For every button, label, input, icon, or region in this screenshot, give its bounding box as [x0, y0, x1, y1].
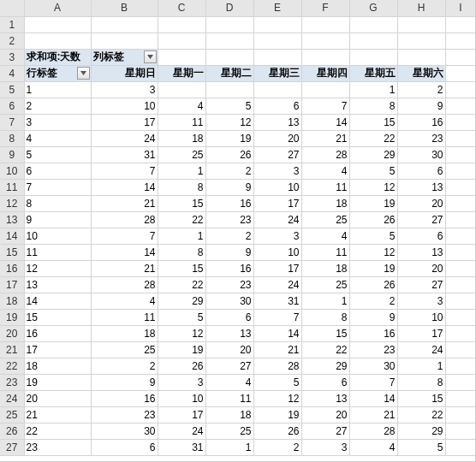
pivot-col-field[interactable]: 列标签: [91, 49, 158, 65]
pivot-value-cell[interactable]: 22: [349, 130, 397, 146]
pivot-value-cell[interactable]: 19: [158, 341, 205, 358]
pivot-row-label[interactable]: 4: [24, 130, 91, 146]
pivot-value-cell[interactable]: 14: [301, 114, 349, 130]
pivot-value-cell[interactable]: 28: [301, 146, 349, 163]
cell[interactable]: [205, 33, 253, 49]
pivot-value-cell[interactable]: 7: [91, 228, 158, 244]
pivot-value-cell[interactable]: 17: [253, 195, 301, 211]
cell[interactable]: [445, 309, 476, 325]
pivot-value-cell[interactable]: 30: [397, 146, 445, 163]
pivot-value-cell[interactable]: 21: [253, 341, 301, 358]
pivot-row-label[interactable]: 13: [24, 276, 91, 293]
cell[interactable]: [445, 228, 476, 244]
pivot-col-header[interactable]: 星期一: [158, 65, 205, 81]
pivot-value-cell[interactable]: 18: [301, 195, 349, 211]
row-header[interactable]: 21: [0, 341, 24, 358]
pivot-value-cell[interactable]: 17: [158, 406, 205, 423]
row-header[interactable]: 16: [0, 260, 24, 276]
row-header[interactable]: 2: [0, 33, 24, 49]
cell[interactable]: [158, 16, 205, 33]
pivot-value-cell[interactable]: 3: [253, 163, 301, 179]
cell[interactable]: [445, 423, 476, 439]
cell[interactable]: [24, 16, 91, 33]
pivot-row-label[interactable]: 7: [24, 179, 91, 195]
pivot-value-cell[interactable]: 6: [253, 98, 301, 114]
cell[interactable]: [158, 49, 205, 65]
cell[interactable]: [445, 374, 476, 390]
pivot-value-cell[interactable]: 4: [301, 228, 349, 244]
pivot-value-cell[interactable]: 26: [205, 146, 253, 163]
pivot-row-label[interactable]: 19: [24, 374, 91, 390]
pivot-value-cell[interactable]: 5: [349, 163, 397, 179]
pivot-row-label[interactable]: 14: [24, 293, 91, 309]
cell[interactable]: [445, 439, 476, 455]
cell[interactable]: [445, 163, 476, 179]
pivot-row-label[interactable]: 2: [24, 98, 91, 114]
pivot-value-cell[interactable]: 15: [349, 114, 397, 130]
pivot-value-cell[interactable]: 29: [158, 293, 205, 309]
pivot-value-cell[interactable]: 12: [349, 244, 397, 260]
cell[interactable]: [205, 49, 253, 65]
pivot-value-cell[interactable]: 7: [253, 309, 301, 325]
cell[interactable]: [301, 33, 349, 49]
pivot-value-cell[interactable]: 29: [397, 423, 445, 439]
pivot-value-cell[interactable]: 26: [349, 211, 397, 228]
pivot-value-cell[interactable]: 3: [91, 81, 158, 98]
row-header[interactable]: 19: [0, 309, 24, 325]
pivot-value-cell[interactable]: 23: [349, 341, 397, 358]
pivot-value-cell[interactable]: 26: [158, 358, 205, 374]
pivot-col-header[interactable]: 星期六: [397, 65, 445, 81]
col-header[interactable]: E: [253, 0, 301, 16]
pivot-value-cell[interactable]: 11: [301, 244, 349, 260]
row-header[interactable]: 20: [0, 325, 24, 341]
pivot-value-cell[interactable]: 3: [301, 439, 349, 455]
pivot-row-label[interactable]: 20: [24, 390, 91, 406]
pivot-col-header[interactable]: 星期二: [205, 65, 253, 81]
pivot-value-cell[interactable]: 27: [397, 276, 445, 293]
pivot-value-cell[interactable]: 13: [397, 244, 445, 260]
pivot-value-cell[interactable]: 1: [301, 293, 349, 309]
pivot-value-cell[interactable]: 24: [91, 130, 158, 146]
col-header[interactable]: D: [205, 0, 253, 16]
pivot-value-cell[interactable]: 24: [253, 211, 301, 228]
pivot-row-label[interactable]: 3: [24, 114, 91, 130]
pivot-value-cell[interactable]: 16: [397, 114, 445, 130]
pivot-value-cell[interactable]: 28: [349, 423, 397, 439]
pivot-value-cell[interactable]: 22: [397, 406, 445, 423]
pivot-col-header[interactable]: 星期三: [253, 65, 301, 81]
pivot-value-cell[interactable]: 18: [205, 406, 253, 423]
pivot-value-cell[interactable]: 7: [349, 374, 397, 390]
pivot-value-cell[interactable]: 23: [91, 406, 158, 423]
pivot-value-cell[interactable]: 1: [158, 163, 205, 179]
pivot-value-cell[interactable]: 6: [205, 309, 253, 325]
cell[interactable]: [397, 49, 445, 65]
pivot-value-cell[interactable]: 1: [397, 358, 445, 374]
pivot-value-cell[interactable]: 31: [91, 146, 158, 163]
pivot-value-cell[interactable]: 27: [301, 423, 349, 439]
pivot-value-cell[interactable]: 19: [205, 130, 253, 146]
pivot-value-cell[interactable]: 25: [91, 341, 158, 358]
pivot-value-cell[interactable]: 15: [158, 260, 205, 276]
pivot-value-cell[interactable]: 24: [397, 341, 445, 358]
col-header[interactable]: G: [349, 0, 397, 16]
pivot-value-cell[interactable]: 8: [397, 374, 445, 390]
pivot-row-label[interactable]: 12: [24, 260, 91, 276]
pivot-value-cell[interactable]: 9: [205, 244, 253, 260]
cell[interactable]: [445, 195, 476, 211]
pivot-value-cell[interactable]: 18: [301, 260, 349, 276]
cell[interactable]: [445, 406, 476, 423]
pivot-col-header[interactable]: 星期日: [91, 65, 158, 81]
row-header[interactable]: 23: [0, 374, 24, 390]
row-header[interactable]: 11: [0, 179, 24, 195]
row-header[interactable]: 6: [0, 98, 24, 114]
pivot-value-cell[interactable]: 5: [253, 374, 301, 390]
pivot-row-field[interactable]: 行标签: [24, 65, 91, 81]
pivot-value-cell[interactable]: 7: [91, 163, 158, 179]
pivot-value-cell[interactable]: 21: [349, 406, 397, 423]
cell[interactable]: [445, 276, 476, 293]
pivot-value-cell[interactable]: 14: [91, 179, 158, 195]
pivot-value-cell[interactable]: 8: [349, 98, 397, 114]
cell[interactable]: [445, 358, 476, 374]
pivot-value-cell[interactable]: 11: [91, 309, 158, 325]
pivot-value-cell[interactable]: 4: [205, 374, 253, 390]
